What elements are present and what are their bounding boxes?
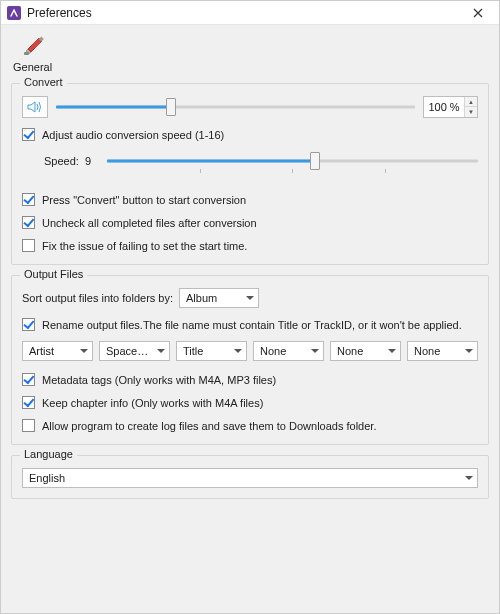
sort-combo[interactable]: Album [179, 288, 259, 308]
uncheck-completed-label: Uncheck all completed files after conver… [42, 217, 257, 229]
chevron-down-icon [234, 349, 242, 353]
speed-value: 9 [85, 155, 99, 167]
chevron-down-icon [465, 476, 473, 480]
sort-label: Sort output files into folders by: [22, 292, 173, 304]
group-output-title: Output Files [20, 268, 87, 280]
adjust-speed-label: Adjust audio conversion speed (1-16) [42, 129, 224, 141]
rename-checkbox[interactable] [22, 318, 35, 331]
app-icon [7, 6, 21, 20]
tab-general[interactable]: General [11, 33, 54, 75]
volume-slider[interactable] [56, 97, 415, 117]
speaker-icon [27, 100, 43, 114]
fix-start-checkbox[interactable] [22, 239, 35, 252]
volume-spin-down[interactable]: ▼ [465, 107, 477, 117]
fix-start-label: Fix the issue of failing to set the star… [42, 240, 247, 252]
titlebar: Preferences [1, 1, 499, 25]
language-combo[interactable]: English [22, 468, 478, 488]
chevron-down-icon [311, 349, 319, 353]
volume-value: 100 % [424, 101, 464, 113]
language-combo-value: English [29, 472, 65, 484]
volume-mute-button[interactable] [22, 96, 48, 118]
speed-label: Speed: [44, 155, 79, 167]
group-convert: Convert 100 % ▲ ▼ [11, 83, 489, 265]
chapter-checkbox[interactable] [22, 396, 35, 409]
pattern-combo-3[interactable]: Title [176, 341, 247, 361]
chevron-down-icon [80, 349, 88, 353]
press-convert-checkbox[interactable] [22, 193, 35, 206]
close-button[interactable] [463, 3, 493, 23]
metadata-checkbox[interactable] [22, 373, 35, 386]
group-output: Output Files Sort output files into fold… [11, 275, 489, 445]
speed-slider[interactable] [107, 151, 478, 171]
group-language: Language English [11, 455, 489, 499]
sort-combo-value: Album [186, 292, 217, 304]
volume-spin-up[interactable]: ▲ [465, 97, 477, 107]
group-convert-title: Convert [20, 76, 67, 88]
volume-spinner[interactable]: 100 % ▲ ▼ [423, 96, 478, 118]
filename-pattern-row: Artist Space-Space Title None None None [22, 341, 478, 361]
close-icon [473, 8, 483, 18]
general-icon [21, 35, 45, 59]
uncheck-completed-checkbox[interactable] [22, 216, 35, 229]
tabbar: General [11, 33, 489, 75]
tab-general-label: General [13, 61, 52, 73]
chevron-down-icon [246, 296, 254, 300]
pattern-combo-6[interactable]: None [407, 341, 478, 361]
metadata-label: Metadata tags (Only works with M4A, MP3 … [42, 374, 276, 386]
volume-slider-thumb[interactable] [166, 98, 176, 116]
adjust-speed-checkbox[interactable] [22, 128, 35, 141]
press-convert-label: Press "Convert" button to start conversi… [42, 194, 246, 206]
chevron-down-icon [157, 349, 165, 353]
pattern-combo-5[interactable]: None [330, 341, 401, 361]
chevron-down-icon [465, 349, 473, 353]
log-label: Allow program to create log files and sa… [42, 420, 376, 432]
log-checkbox[interactable] [22, 419, 35, 432]
svg-rect-0 [24, 52, 29, 55]
pattern-combo-1[interactable]: Artist [22, 341, 93, 361]
rename-label: Rename output files.The file name must c… [42, 319, 462, 331]
window-title: Preferences [27, 6, 92, 20]
chevron-down-icon [388, 349, 396, 353]
pattern-combo-4[interactable]: None [253, 341, 324, 361]
pattern-combo-2[interactable]: Space-Space [99, 341, 170, 361]
chapter-label: Keep chapter info (Only works with M4A f… [42, 397, 263, 409]
group-language-title: Language [20, 448, 77, 460]
speed-slider-thumb[interactable] [310, 152, 320, 170]
